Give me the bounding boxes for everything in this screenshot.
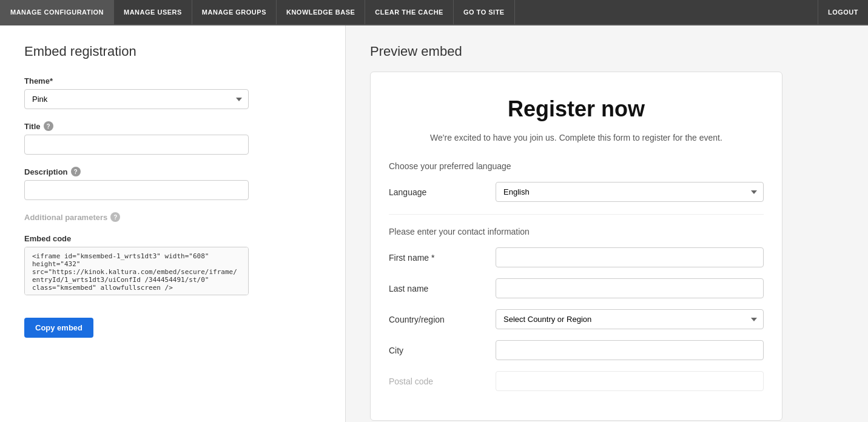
register-subtitle: We're excited to have you join us. Compl… — [389, 132, 764, 144]
first-name-label: First name * — [389, 253, 486, 263]
postal-code-label: Postal code — [389, 377, 486, 386]
country-region-row: Country/region Select Country or Region — [389, 309, 764, 329]
nav-manage-configuration[interactable]: MANAGE CONFIGURATION — [0, 0, 114, 24]
copy-embed-button[interactable]: Copy embed — [24, 318, 93, 338]
theme-label: Theme* — [24, 76, 321, 85]
description-label: Description ? — [24, 167, 321, 176]
nav-clear-cache[interactable]: CLEAR THE CACHE — [365, 0, 454, 24]
nav-spacer — [515, 0, 818, 24]
last-name-row: Last name — [389, 278, 764, 298]
title-group: Title ? — [24, 121, 321, 155]
left-panel: Embed registration Theme* Pink Title ? D… — [0, 25, 346, 422]
nav-logout[interactable]: LOGOUT — [818, 0, 868, 24]
divider — [389, 214, 764, 215]
country-region-select[interactable]: Select Country or Region — [496, 309, 764, 329]
title-input[interactable] — [24, 135, 249, 155]
nav-manage-users[interactable]: MANAGE USERS — [114, 0, 192, 24]
theme-group: Theme* Pink — [24, 76, 321, 109]
language-select[interactable]: English — [496, 182, 764, 202]
embed-registration-title: Embed registration — [24, 44, 321, 59]
embed-code-label: Embed code — [24, 234, 321, 243]
postal-code-input[interactable] — [496, 371, 764, 391]
navbar: MANAGE CONFIGURATION MANAGE USERS MANAGE… — [0, 0, 868, 25]
preview-embed-title: Preview embed — [370, 44, 844, 59]
main-content: Embed registration Theme* Pink Title ? D… — [0, 25, 868, 422]
language-section-label: Choose your preferred language — [389, 161, 764, 171]
last-name-label: Last name — [389, 284, 486, 293]
title-help-icon[interactable]: ? — [44, 121, 53, 131]
last-name-input[interactable] — [496, 278, 764, 298]
register-now-title: Register now — [389, 96, 764, 122]
postal-code-row: Postal code — [389, 371, 764, 391]
additional-params-label: Additional parameters ? — [24, 212, 321, 222]
preview-card: Register now We're excited to have you j… — [370, 72, 782, 421]
contact-section-label: Please enter your contact information — [389, 227, 764, 236]
embed-code-group: Embed code <iframe id="kmsembed-1_wrts1d… — [24, 234, 321, 297]
language-row: Language English — [389, 182, 764, 202]
additional-params-help-icon[interactable]: ? — [110, 212, 120, 222]
nav-knowledge-base[interactable]: KNOWLEDGE BASE — [277, 0, 365, 24]
right-panel: Preview embed Register now We're excited… — [346, 25, 868, 422]
city-label: City — [389, 346, 486, 355]
city-row: City — [389, 340, 764, 360]
embed-code-textarea[interactable]: <iframe id="kmsembed-1_wrts1dt3" width="… — [24, 247, 249, 295]
title-label: Title ? — [24, 121, 321, 131]
additional-params-group: Additional parameters ? — [24, 212, 321, 222]
language-label: Language — [389, 187, 486, 197]
description-help-icon[interactable]: ? — [71, 167, 81, 176]
description-group: Description ? — [24, 167, 321, 200]
city-input[interactable] — [496, 340, 764, 360]
nav-manage-groups[interactable]: MANAGE GROUPS — [192, 0, 277, 24]
first-name-input[interactable] — [496, 247, 764, 267]
country-region-label: Country/region — [389, 315, 486, 324]
nav-go-to-site[interactable]: GO TO SITE — [454, 0, 515, 24]
theme-select[interactable]: Pink — [24, 89, 249, 109]
description-input[interactable] — [24, 180, 249, 200]
first-name-row: First name * — [389, 247, 764, 267]
